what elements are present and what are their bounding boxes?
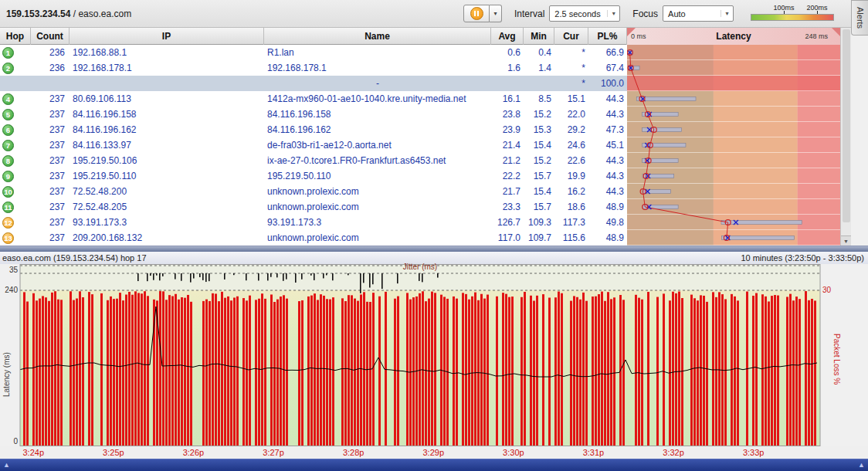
table-row[interactable]: 8237195.219.50.106ix-ae-27-0.tcore1.FR0-… [0,153,627,168]
header-count[interactable]: Count [31,28,70,45]
min-cell: 15.7 [524,199,554,215]
ip-cell: 195.219.50.106 [70,153,264,168]
chevron-down-icon: ▾ [607,10,619,17]
focus-select[interactable]: Auto ▾ [663,5,734,22]
table-row[interactable]: 523784.116.196.15884.116.196.15823.815.2… [0,107,627,122]
avg-cell: 1.6 [491,60,524,76]
pl-cell: 47.3 [588,122,627,137]
name-cell: unknown.prolexic.com [264,184,491,199]
nav-up-left-icon[interactable]: ▲ [3,461,10,469]
min-cell: 15.7 [524,168,554,184]
count-cell: 237 [31,153,70,168]
timeline-navigator-bar[interactable]: ▲ ▲ [0,459,868,471]
focus-label: Focus [632,8,658,19]
latency-axis-label: Latency (ms) [2,352,11,397]
scrollbar-thumb[interactable] [843,29,850,222]
cur-cell: * [554,60,588,76]
name-cell: unknown.prolexic.com [264,199,491,215]
header-latency[interactable]: 0 ms Latency 248 ms [627,28,840,45]
hop-badge: 10 [2,186,14,198]
chevron-down-icon: ▾ [493,10,497,17]
table-row[interactable]: 723784.116.133.97de-fra03b-ri1-ae12-0.ao… [0,137,627,153]
header-hop[interactable]: Hop [0,28,31,45]
pause-icon [470,7,483,20]
table-row[interactable]: 9237195.219.50.110195.219.50.11022.215.7… [0,168,627,184]
hop-cell: 2 [0,60,31,76]
count-cell: 236 [31,45,70,60]
time-axis-label: 3:31p [583,448,605,457]
ip-cell: 84.116.196.158 [70,107,264,122]
header-avg[interactable]: Avg [491,28,524,45]
avg-cell [491,76,524,91]
legend-gradient-bar [751,14,834,21]
min-cell: 109.7 [524,230,554,246]
hop-badge: 12 [2,217,14,229]
header-ip[interactable]: IP [70,28,264,45]
table-row[interactable]: 2236192.168.178.1192.168.178.11.61.4*67.… [0,60,627,76]
table-row[interactable]: 423780.69.106.1131412a-mx960-01-ae10-104… [0,91,627,107]
cur-cell: 29.2 [554,122,588,137]
table-row[interactable]: -*100.0 [0,76,627,91]
tab-alerts[interactable]: Alerts [851,0,868,36]
timeline-chart[interactable] [0,264,868,446]
avg-cell: 21.2 [491,153,524,168]
pause-dropdown-button[interactable]: ▾ [490,5,502,22]
chevron-down-icon: ▾ [721,10,733,17]
ip-cell: 192.168.178.1 [70,60,264,76]
pl-cell: 44.3 [588,107,627,122]
hop-cell: 8 [0,153,31,168]
ip-cell: 80.69.106.113 [70,91,264,107]
latency-scale-right-handle[interactable] [832,28,840,36]
hop-badge: 4 [2,93,14,105]
timeline-title-strip: easo.ea.com (159.153.234.54) hop 17 10 m… [0,252,868,264]
name-cell: unknown.prolexic.com [264,230,491,246]
header-name[interactable]: Name [264,28,491,45]
nav-up-right-icon[interactable]: ▲ [858,461,865,469]
count-cell: 237 [31,122,70,137]
packetloss-max-label: 30 [822,286,831,294]
interval-select[interactable]: 2.5 seconds ▾ [549,5,620,22]
header-pl[interactable]: PL% [588,28,627,45]
time-axis-label: 3:26p [183,448,205,457]
table-row[interactable]: 623784.116.196.16284.116.196.16223.915.3… [0,122,627,137]
table-row[interactable]: 1023772.52.48.200unknown.prolexic.com21.… [0,184,627,199]
vertical-scrollbar[interactable]: ▼ [840,28,851,246]
target-hostname: / easo.ea.com [70,8,131,19]
table-row[interactable]: 13237209.200.168.132unknown.prolexic.com… [0,230,627,246]
count-cell: 237 [31,137,70,153]
cur-cell: * [554,45,588,60]
hop-cell: 11 [0,199,31,215]
avg-cell: 21.7 [491,184,524,199]
table-row[interactable]: 1223793.191.173.393.191.173.3126.7109.31… [0,215,627,230]
avg-cell: 16.1 [491,91,524,107]
pause-button[interactable] [463,5,490,22]
cur-cell: 16.2 [554,184,588,199]
hop-badge: 6 [2,124,14,136]
hop-cell: 4 [0,91,31,107]
name-cell: 84.116.196.162 [264,122,491,137]
time-axis: 3:24p3:25p3:26p3:27p3:28p3:29p3:30p3:31p… [0,446,868,459]
latency-min-label: 0 [0,437,18,446]
time-axis-label: 3:24p [23,448,45,457]
ip-cell: 72.52.48.200 [70,184,264,199]
header-cur[interactable]: Cur [554,28,588,45]
hop-badge: 13 [2,232,14,244]
pl-cell: 45.1 [588,137,627,153]
ip-cell [70,76,264,91]
table-row[interactable]: 1123772.52.48.205unknown.prolexic.com23.… [0,199,627,215]
avg-cell: 22.2 [491,168,524,184]
latency-minigraph[interactable] [627,45,840,246]
time-axis-label: 3:25p [103,448,124,457]
hop-badge: 11 [2,202,14,213]
ip-cell: 195.219.50.110 [70,168,264,184]
pane-splitter[interactable] [0,246,868,252]
table-row[interactable]: 1236192.168.88.1R1.lan0.60.4*66.9 [0,45,627,60]
target-host: 159.153.234.54 / easo.ea.com [6,8,463,19]
pl-cell: 67.4 [588,60,627,76]
name-cell: 84.116.196.158 [264,107,491,122]
interval-value: 2.5 seconds [554,9,600,19]
header-min[interactable]: Min [524,28,554,45]
scroll-down-icon[interactable]: ▼ [841,235,851,246]
count-cell: 237 [31,184,70,199]
hop-badge: 9 [2,171,14,182]
